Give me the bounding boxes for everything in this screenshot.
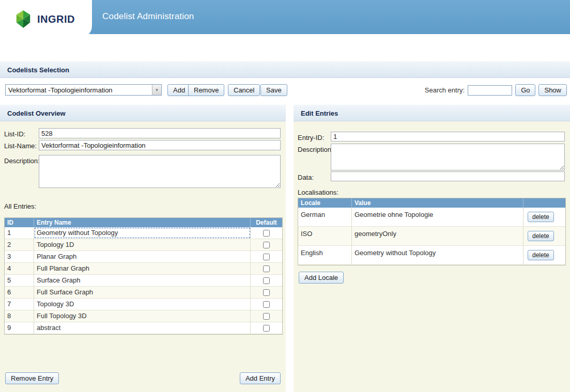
list-name-input[interactable] xyxy=(39,140,281,150)
codelist-combobox-input[interactable] xyxy=(6,85,152,95)
entry-id-input[interactable] xyxy=(331,132,565,142)
cell-default xyxy=(251,239,282,250)
remove-button[interactable]: Remove xyxy=(188,84,224,96)
default-checkbox[interactable] xyxy=(263,242,270,248)
localisations-table: Locale Value German Geometrie ohne Topol… xyxy=(298,198,566,265)
go-button[interactable]: Go xyxy=(515,84,535,96)
cell-entry-name[interactable]: Full Topology 3D xyxy=(34,310,251,322)
edit-entries-header: Edit Entries xyxy=(294,104,570,121)
table-row[interactable]: 4 Full Planar Graph xyxy=(5,263,282,275)
default-checkbox[interactable] xyxy=(263,289,270,296)
default-checkbox[interactable] xyxy=(263,325,270,332)
localisations-table-header: Locale Value xyxy=(298,198,565,208)
cell-default xyxy=(251,227,282,239)
cell-id: 8 xyxy=(5,310,34,322)
cell-value: Geometrie ohne Topologie xyxy=(352,208,523,226)
codelists-selection-header: Codelists Selection xyxy=(0,61,570,78)
table-row[interactable]: 9 abstract xyxy=(5,322,282,334)
logo: INGRID xyxy=(0,0,92,38)
table-row[interactable]: 3 Planar Graph xyxy=(5,251,282,263)
cell-entry-name[interactable]: Topology 3D xyxy=(34,299,251,310)
add-entry-button[interactable]: Add Entry xyxy=(240,372,281,384)
description-label: Description: xyxy=(4,157,40,165)
list-name-label: List-Name: xyxy=(4,142,37,150)
locale-row[interactable]: German Geometrie ohne Topologie delete xyxy=(298,208,565,227)
table-row[interactable]: 5 Surface Graph xyxy=(5,275,282,287)
entry-id-label: Entry-ID: xyxy=(298,134,324,142)
default-checkbox[interactable] xyxy=(263,301,270,308)
cell-id: 6 xyxy=(5,287,34,298)
cell-locale: ISO xyxy=(298,227,352,245)
cell-default xyxy=(251,287,282,298)
column-header-locale: Locale xyxy=(298,198,352,208)
chevron-down-icon: ▼ xyxy=(155,88,159,92)
cell-entry-name[interactable]: Topology 1D xyxy=(34,239,251,250)
codelist-overview-panel: Codelist Overview List-ID: List-Name: De… xyxy=(0,104,286,392)
cell-id: 1 xyxy=(5,227,34,239)
show-button[interactable]: Show xyxy=(538,84,567,96)
table-row[interactable]: 2 Topology 1D xyxy=(5,239,282,251)
default-checkbox[interactable] xyxy=(263,277,270,284)
cell-default xyxy=(251,310,282,322)
edit-entries-panel: Edit Entries Entry-ID: Description: Data… xyxy=(294,104,570,392)
codelist-combobox[interactable]: ▼ xyxy=(5,84,162,96)
table-row[interactable]: 6 Full Surface Graph xyxy=(5,287,282,299)
locale-row[interactable]: English Geometry without Topology delete xyxy=(298,246,565,265)
cell-entry-name[interactable]: Planar Graph xyxy=(34,251,251,262)
codelist-overview-title: Codelist Overview xyxy=(7,109,66,117)
data-input[interactable] xyxy=(331,171,565,181)
localisations-label: Localisations: xyxy=(298,189,338,196)
combobox-dropdown-button[interactable]: ▼ xyxy=(152,85,161,95)
delete-locale-button[interactable]: delete xyxy=(528,212,554,222)
cell-entry-name[interactable]: Full Surface Graph xyxy=(34,287,251,298)
cell-entry-name[interactable]: abstract xyxy=(34,322,251,334)
delete-locale-button[interactable]: delete xyxy=(528,231,554,241)
default-checkbox[interactable] xyxy=(263,230,270,237)
cell-entry-name[interactable]: Surface Graph xyxy=(34,275,251,286)
cell-id: 7 xyxy=(5,299,34,310)
cell-entry-name[interactable]: Full Planar Graph xyxy=(34,263,251,274)
page-title: Codelist Administration xyxy=(102,11,194,22)
entry-description-textarea[interactable] xyxy=(331,144,565,170)
cell-id: 5 xyxy=(5,275,34,286)
cell-locale: English xyxy=(298,246,352,264)
ingrid-logo-icon xyxy=(14,9,32,29)
table-row[interactable]: 8 Full Topology 3D xyxy=(5,310,282,322)
logo-text: INGRID xyxy=(37,13,75,25)
entries-table: ID Entry Name Default 1 Geometry without… xyxy=(4,217,283,335)
cell-default xyxy=(251,275,282,286)
cell-id: 2 xyxy=(5,239,34,250)
default-checkbox[interactable] xyxy=(263,254,270,260)
cell-locale: German xyxy=(298,208,352,226)
column-header-name: Entry Name xyxy=(34,218,251,227)
entry-description-label: Description: xyxy=(298,146,333,153)
cell-default xyxy=(251,251,282,262)
add-locale-button[interactable]: Add Locale xyxy=(299,272,344,284)
codelist-overview-header: Codelist Overview xyxy=(0,104,286,121)
save-button[interactable]: Save xyxy=(260,84,287,96)
add-button[interactable]: Add xyxy=(167,84,191,96)
table-row[interactable]: 7 Topology 3D xyxy=(5,299,282,310)
locale-row[interactable]: ISO geometryOnly delete xyxy=(298,227,565,246)
column-header-action xyxy=(523,198,565,208)
delete-locale-button[interactable]: delete xyxy=(528,250,554,260)
codelists-selection-title: Codelists Selection xyxy=(7,66,69,74)
list-id-label: List-ID: xyxy=(4,130,25,138)
column-header-value: Value xyxy=(352,198,523,208)
cancel-button[interactable]: Cancel xyxy=(228,84,260,96)
cell-value: Geometry without Topology xyxy=(352,246,523,264)
data-label: Data: xyxy=(298,174,314,181)
list-id-input[interactable] xyxy=(39,128,281,138)
default-checkbox[interactable] xyxy=(263,265,270,272)
cell-action: delete xyxy=(523,246,565,264)
default-checkbox[interactable] xyxy=(263,313,270,320)
cell-id: 3 xyxy=(5,251,34,262)
description-textarea[interactable] xyxy=(39,155,281,188)
table-row[interactable]: 1 Geometry without Topology xyxy=(5,227,282,239)
search-area: Search entry: Go Show xyxy=(425,84,567,96)
cell-entry-name[interactable]: Geometry without Topology xyxy=(34,227,251,239)
search-entry-input[interactable] xyxy=(468,85,512,96)
remove-entry-button[interactable]: Remove Entry xyxy=(5,372,59,384)
selection-controls: ▼ Add Remove Cancel Save Search entry: G… xyxy=(0,84,570,98)
cell-action: delete xyxy=(523,208,565,226)
